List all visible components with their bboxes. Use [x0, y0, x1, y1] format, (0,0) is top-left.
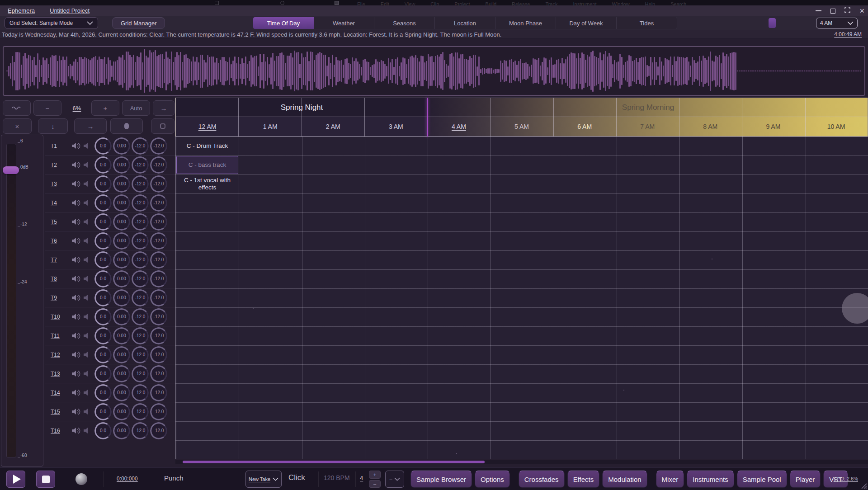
- time-display[interactable]: 0:00:000: [117, 476, 138, 482]
- track-name[interactable]: T1: [51, 143, 71, 149]
- maximize-icon[interactable]: [830, 9, 835, 14]
- gain-knob[interactable]: 0.0: [94, 327, 112, 344]
- tab-tides[interactable]: Tides: [617, 17, 677, 29]
- track-name[interactable]: T7: [51, 257, 71, 263]
- grid-body[interactable]: C - Drum TrackC - bass trackC - 1st voca…: [175, 137, 868, 459]
- bpm-display[interactable]: 120 BPM: [324, 474, 350, 481]
- increment-button[interactable]: +: [369, 471, 381, 479]
- grid-track-cell[interactable]: C - Drum Track: [176, 137, 239, 155]
- speaker-on-icon[interactable]: [71, 294, 83, 302]
- hour-header-3am[interactable]: 3 AM: [364, 117, 427, 136]
- send-b-knob[interactable]: -12.0: [150, 156, 167, 174]
- pan-knob[interactable]: 0.00: [113, 175, 130, 193]
- send-b-knob[interactable]: -12.0: [150, 213, 167, 231]
- track-name[interactable]: T11: [51, 333, 71, 339]
- hour-select-dropdown[interactable]: 4 AM: [816, 18, 858, 28]
- track-name[interactable]: T14: [51, 390, 71, 396]
- send-b-knob[interactable]: -12.0: [150, 270, 167, 287]
- send-a-knob[interactable]: -12.0: [132, 232, 149, 250]
- resize-handle-icon[interactable]: [860, 482, 867, 489]
- send-b-knob[interactable]: -12.0: [150, 422, 167, 439]
- speaker-mute-icon[interactable]: [83, 256, 93, 264]
- speaker-on-icon[interactable]: [71, 332, 83, 339]
- pan-knob[interactable]: 0.00: [113, 194, 130, 212]
- player-button[interactable]: Player: [790, 471, 821, 488]
- pan-knob[interactable]: 0.00: [113, 308, 130, 325]
- speaker-on-icon[interactable]: [71, 427, 83, 434]
- hour-header-1am[interactable]: 1 AM: [239, 117, 302, 136]
- zoom-level-label[interactable]: 6%: [64, 100, 90, 116]
- hour-header-5am[interactable]: 5 AM: [490, 117, 553, 136]
- loop-button[interactable]: [110, 118, 143, 134]
- speaker-mute-icon[interactable]: [83, 218, 93, 226]
- track-name[interactable]: T2: [51, 162, 71, 168]
- crossfades-button[interactable]: Crossfades: [519, 471, 565, 488]
- effects-button[interactable]: Effects: [567, 471, 600, 488]
- punch-label[interactable]: Punch: [164, 474, 184, 482]
- send-a-knob[interactable]: -12.0: [132, 384, 149, 401]
- wave-zoom-button[interactable]: [3, 100, 31, 116]
- zoom-in-button[interactable]: +: [91, 100, 119, 116]
- click-toggle[interactable]: Click: [288, 473, 305, 482]
- speaker-mute-icon[interactable]: [83, 427, 93, 434]
- track-name[interactable]: T13: [51, 371, 71, 377]
- tab-seasons[interactable]: Seasons: [374, 17, 435, 29]
- take-dropdown[interactable]: New Take: [245, 471, 282, 488]
- send-b-knob[interactable]: -12.0: [150, 194, 167, 212]
- send-b-knob[interactable]: -12.0: [150, 232, 167, 250]
- send-a-knob[interactable]: -12.0: [132, 327, 149, 344]
- waveform-display[interactable]: [3, 46, 865, 96]
- master-fader-track[interactable]: [6, 144, 16, 457]
- gain-knob[interactable]: 0.0: [94, 213, 112, 231]
- send-a-knob[interactable]: -12.0: [132, 403, 149, 420]
- note-value-dropdown[interactable]: ‒: [385, 471, 404, 488]
- send-a-knob[interactable]: -12.0: [132, 137, 149, 155]
- send-b-knob[interactable]: -12.0: [150, 403, 167, 420]
- gain-knob[interactable]: 0.0: [94, 365, 112, 382]
- speaker-on-icon[interactable]: [71, 237, 83, 245]
- gain-knob[interactable]: 0.0: [94, 175, 112, 193]
- pan-knob[interactable]: 0.00: [113, 422, 130, 439]
- sample-browser-button[interactable]: Sample Browser: [410, 471, 472, 488]
- speaker-on-icon[interactable]: [71, 275, 83, 283]
- gain-knob[interactable]: 0.0: [94, 156, 112, 174]
- send-a-knob[interactable]: -12.0: [132, 213, 149, 231]
- tab-day-of-week[interactable]: Day of Week: [556, 17, 617, 29]
- gain-knob[interactable]: 0.0: [94, 194, 112, 212]
- send-b-knob[interactable]: -12.0: [150, 251, 167, 269]
- speaker-mute-icon[interactable]: [83, 351, 93, 358]
- send-a-knob[interactable]: -12.0: [132, 270, 149, 287]
- play-button[interactable]: [6, 471, 25, 488]
- options-button[interactable]: Options: [475, 471, 510, 488]
- speaker-mute-icon[interactable]: [83, 275, 93, 283]
- speaker-mute-icon[interactable]: [83, 237, 93, 245]
- hour-header-2am[interactable]: 2 AM: [302, 117, 364, 136]
- app-title[interactable]: Ephemera: [8, 7, 35, 14]
- pan-knob[interactable]: 0.00: [113, 213, 130, 231]
- pan-knob[interactable]: 0.00: [113, 289, 130, 306]
- send-a-knob[interactable]: -12.0: [132, 289, 149, 306]
- speaker-mute-icon[interactable]: [83, 332, 93, 339]
- track-name[interactable]: T9: [51, 295, 71, 301]
- master-fader-handle[interactable]: [3, 166, 19, 174]
- track-name[interactable]: T3: [51, 181, 71, 187]
- scrollbar-thumb[interactable]: [183, 461, 485, 463]
- hour-header-9am[interactable]: 9 AM: [742, 117, 805, 136]
- close-icon[interactable]: ×: [859, 8, 864, 14]
- pan-knob[interactable]: 0.00: [113, 156, 130, 174]
- move-down-button[interactable]: ↓: [38, 118, 68, 134]
- send-a-knob[interactable]: -12.0: [132, 175, 149, 193]
- gain-knob[interactable]: 0.0: [94, 403, 112, 420]
- send-a-knob[interactable]: -12.0: [132, 365, 149, 382]
- pan-knob[interactable]: 0.00: [113, 232, 130, 250]
- auto-zoom-button[interactable]: Auto: [122, 100, 150, 116]
- speaker-on-icon[interactable]: [71, 389, 83, 396]
- speaker-on-icon[interactable]: [71, 256, 83, 264]
- gain-knob[interactable]: 0.0: [94, 137, 112, 155]
- project-title[interactable]: Untitled Project: [50, 7, 90, 14]
- record-button[interactable]: [75, 473, 87, 485]
- frame-button[interactable]: [151, 118, 175, 134]
- track-name[interactable]: T6: [51, 238, 71, 244]
- track-name[interactable]: T4: [51, 200, 71, 206]
- tab-time-of-day[interactable]: Time Of Day: [253, 17, 314, 29]
